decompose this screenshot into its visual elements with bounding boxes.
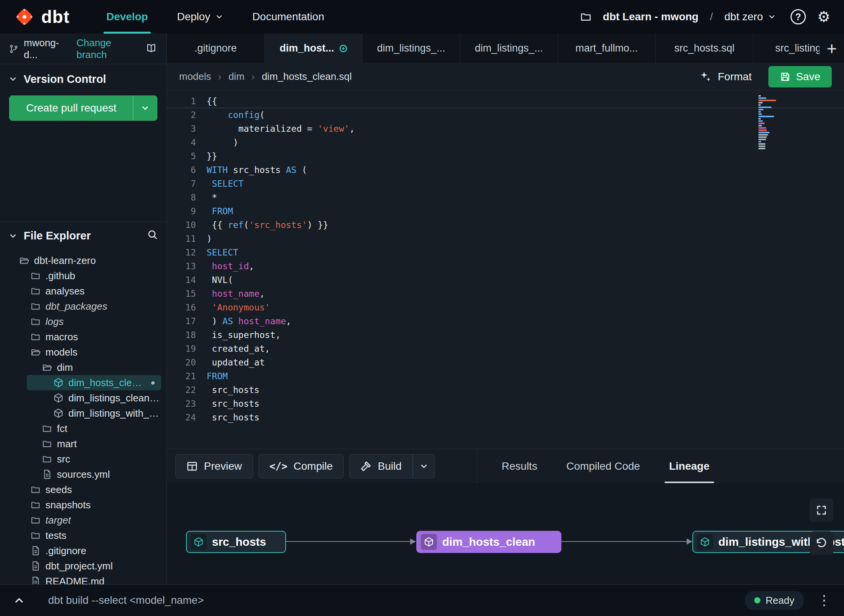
code-line[interactable]: 19 created_at,: [167, 342, 844, 356]
code-line[interactable]: 4 ): [167, 136, 844, 149]
code-line[interactable]: 5}}: [167, 149, 844, 163]
tree-item[interactable]: logs: [0, 314, 167, 329]
code-line[interactable]: 24 src_hosts: [167, 411, 844, 424]
lineage-node[interactable]: src_hosts: [186, 531, 286, 553]
branch-row: mwong-d... Change branch: [0, 34, 167, 64]
code-line[interactable]: 9 FROM: [167, 204, 844, 218]
build-dropdown-caret[interactable]: [413, 454, 435, 479]
breadcrumb-separator-icon: ›: [218, 71, 222, 83]
tree-item[interactable]: dim_listings_clean.sql: [0, 390, 167, 406]
code-line[interactable]: 6WITH src_hosts AS (: [167, 163, 844, 177]
settings-gear-icon[interactable]: ⚙: [817, 10, 830, 24]
tree-item[interactable]: dbt_project.yml: [0, 558, 167, 574]
nav-right: dbt Learn - mwong / dbt zero ? ⚙: [580, 9, 830, 24]
editor-tab[interactable]: src_hosts.sql: [656, 34, 753, 63]
code-line[interactable]: 15 host_name,: [167, 287, 844, 301]
project-name[interactable]: dbt Learn - mwong: [603, 11, 698, 23]
create-pull-request-button[interactable]: Create pull request: [9, 95, 157, 121]
reset-view-button[interactable]: [810, 531, 833, 555]
minimap[interactable]: [758, 94, 777, 150]
code-line[interactable]: 12SELECT: [167, 246, 844, 259]
file-explorer-header[interactable]: File Explorer: [0, 222, 167, 250]
breadcrumb-item[interactable]: dim: [228, 71, 244, 82]
preview-button[interactable]: Preview: [175, 454, 253, 479]
tree-item[interactable]: .gitignore: [0, 543, 167, 558]
tree-item[interactable]: target: [0, 513, 167, 528]
nav-develop[interactable]: Develop: [107, 0, 148, 34]
nav-deploy[interactable]: Deploy: [177, 0, 223, 34]
new-tab-button[interactable]: +: [820, 34, 844, 63]
tab-compiled-code[interactable]: Compiled Code: [552, 449, 655, 483]
code-line[interactable]: 13 host_id,: [167, 259, 844, 273]
branch-name[interactable]: mwong-d...: [24, 37, 70, 61]
tree-item[interactable]: .github: [0, 268, 167, 283]
code-line[interactable]: 22 src_hosts: [167, 383, 844, 397]
minimap-line: [758, 123, 765, 124]
code-line[interactable]: 2 config(: [167, 108, 844, 122]
code-line[interactable]: 20 updated_at: [167, 356, 844, 369]
change-branch-link[interactable]: Change branch: [76, 37, 140, 61]
breadcrumb-item[interactable]: models: [179, 71, 211, 82]
code-line[interactable]: 18 is_superhost,: [167, 328, 844, 342]
code-line[interactable]: 10 {{ ref('src_hosts') }}: [167, 218, 844, 232]
dbt-logo[interactable]: dbt: [14, 6, 70, 27]
tree-item-label: dim: [57, 362, 73, 373]
code-line[interactable]: 1{{: [167, 94, 844, 108]
format-button[interactable]: Format: [699, 71, 752, 83]
tree-item[interactable]: snapshots: [0, 497, 167, 513]
status-badge: Ready: [745, 591, 804, 610]
code-line[interactable]: 23 src_hosts: [167, 397, 844, 411]
code-line[interactable]: 8 *: [167, 191, 844, 204]
tree-item[interactable]: dim_listings_with_hosts...: [0, 406, 167, 421]
tree-item[interactable]: fct: [0, 421, 167, 436]
docs-book-icon[interactable]: [145, 43, 157, 55]
editor-tab[interactable]: dim_listings_...: [362, 34, 460, 63]
lineage-canvas[interactable]: src_hostsdim_hosts_cleandim_listings_wit…: [167, 483, 844, 584]
version-control-header[interactable]: Version Control: [0, 64, 167, 94]
tree-item[interactable]: models: [0, 344, 167, 360]
editor-tab[interactable]: mart_fullmo...: [558, 34, 656, 63]
tree-item[interactable]: dim: [0, 360, 167, 375]
code-line[interactable]: 14 NVL(: [167, 273, 844, 287]
tab-lineage[interactable]: Lineage: [655, 449, 724, 483]
kebab-menu-icon[interactable]: ⋮: [817, 592, 831, 608]
tree-item[interactable]: seeds: [0, 482, 167, 497]
create-pull-request-label[interactable]: Create pull request: [10, 96, 133, 120]
tree-item[interactable]: tests: [0, 528, 167, 543]
lineage-node[interactable]: dim_hosts_clean: [416, 531, 561, 553]
tree-item[interactable]: dbt_packages: [0, 299, 167, 314]
command-input[interactable]: dbt build --select <model_name>: [48, 594, 204, 606]
tree-item[interactable]: dim_hosts_clean.sql•: [27, 375, 161, 390]
editor-tab[interactable]: dim_host...: [265, 34, 362, 63]
help-button[interactable]: ?: [791, 9, 806, 24]
code-editor[interactable]: 1{{2 config(3 materialized = 'view',4 )5…: [167, 91, 844, 449]
build-button[interactable]: Build: [349, 454, 412, 479]
code-line[interactable]: 11): [167, 232, 844, 246]
environment-select[interactable]: dbt zero: [724, 11, 776, 23]
code-line[interactable]: 3 materialized = 'view',: [167, 122, 844, 136]
tree-item[interactable]: macros: [0, 329, 167, 344]
expand-command-bar-button[interactable]: [13, 594, 25, 606]
search-icon[interactable]: [147, 229, 158, 243]
code-line[interactable]: 17 ) AS host_name,: [167, 314, 844, 328]
tree-item[interactable]: sources.yml: [0, 467, 167, 482]
tree-item[interactable]: mart: [0, 436, 167, 451]
tree-item[interactable]: dbt-learn-zero: [0, 253, 167, 268]
compile-button[interactable]: </> Compile: [259, 454, 344, 479]
code-line[interactable]: 7 SELECT: [167, 177, 844, 191]
tree-item[interactable]: README.md: [0, 574, 167, 584]
code-line[interactable]: 16 'Anonymous': [167, 301, 844, 314]
save-button[interactable]: Save: [768, 66, 832, 87]
nav-documentation[interactable]: Documentation: [252, 0, 324, 34]
editor-tab[interactable]: .gitignore: [167, 34, 265, 63]
code-text: *: [207, 191, 844, 204]
tab-results[interactable]: Results: [487, 449, 552, 483]
fullscreen-button[interactable]: [810, 498, 833, 522]
pr-dropdown-caret[interactable]: [133, 96, 157, 120]
code-line[interactable]: 21FROM: [167, 369, 844, 383]
minimap-line: [758, 127, 766, 129]
tree-item[interactable]: analyses: [0, 283, 167, 299]
tree-item[interactable]: src: [0, 451, 167, 467]
editor-tab[interactable]: dim_listings_...: [460, 34, 558, 63]
line-number: 1: [167, 94, 207, 108]
